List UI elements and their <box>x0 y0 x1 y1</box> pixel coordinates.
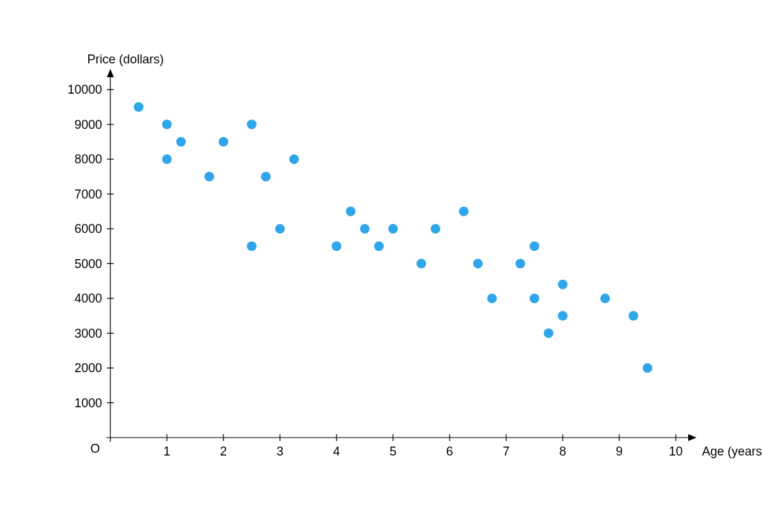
data-point <box>219 137 228 147</box>
data-point <box>360 224 370 234</box>
data-point <box>290 154 299 164</box>
y-tick-label: 3000 <box>74 327 102 340</box>
data-point <box>417 259 426 269</box>
x-tick-label: 9 <box>616 444 623 458</box>
data-point <box>162 154 172 164</box>
data-point <box>544 329 554 338</box>
data-point <box>162 120 172 130</box>
x-tick-label: 4 <box>333 444 340 458</box>
y-tick-label: 10000 <box>68 83 102 96</box>
chart-stage: O123456789101000200030004000500060007000… <box>0 0 762 532</box>
data-point <box>261 172 271 181</box>
y-tick-label: 6000 <box>74 222 102 236</box>
data-point <box>275 224 285 234</box>
y-axis-arrow <box>107 69 114 77</box>
y-tick-label: 7000 <box>74 187 102 201</box>
x-axis-arrow <box>688 434 696 441</box>
x-tick-label: 6 <box>446 444 453 458</box>
origin-label: O <box>90 442 100 456</box>
data-point <box>332 241 341 251</box>
x-tick-label: 7 <box>503 444 510 458</box>
data-point <box>629 311 639 320</box>
x-tick-label: 8 <box>559 444 566 458</box>
data-point <box>459 207 469 216</box>
data-point <box>530 241 539 251</box>
y-axis-title: Price (dollars) <box>87 52 163 66</box>
y-tick-label: 8000 <box>74 152 102 166</box>
y-tick-label: 1000 <box>74 396 102 410</box>
data-point <box>177 137 186 147</box>
data-point <box>247 120 257 130</box>
y-tick-label: 5000 <box>74 257 102 271</box>
data-point <box>247 241 257 251</box>
y-tick-label: 4000 <box>74 291 102 305</box>
x-axis-title: Age (years) <box>702 444 762 458</box>
data-point <box>601 294 610 303</box>
data-point <box>530 294 539 303</box>
x-tick-label: 10 <box>669 444 683 458</box>
x-tick-label: 2 <box>220 444 227 458</box>
data-point <box>558 280 568 289</box>
data-point <box>473 259 483 269</box>
data-point <box>488 294 497 303</box>
data-point <box>388 224 398 234</box>
data-point <box>205 172 214 181</box>
scatter-chart: O123456789101000200030004000500060007000… <box>0 0 762 532</box>
data-point <box>431 224 441 234</box>
data-point <box>374 241 384 251</box>
x-tick-label: 3 <box>277 444 283 458</box>
x-tick-label: 5 <box>390 444 397 458</box>
y-tick-label: 9000 <box>74 118 102 132</box>
y-tick-label: 2000 <box>74 361 102 375</box>
data-point <box>134 102 143 112</box>
data-point <box>516 259 525 269</box>
x-tick-label: 1 <box>163 444 170 458</box>
data-point <box>346 207 356 216</box>
data-point <box>643 363 652 373</box>
data-point <box>558 311 568 320</box>
